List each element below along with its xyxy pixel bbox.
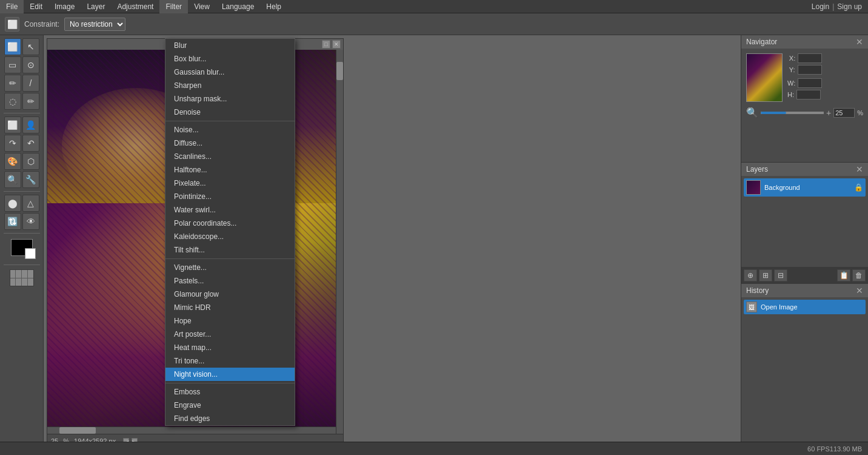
menu-file[interactable]: File — [0, 0, 24, 13]
tool-line[interactable]: / — [22, 75, 39, 92]
layer-lock-icon: 🔒 — [854, 183, 863, 192]
filter-item-noise[interactable]: Noise... — [165, 123, 295, 136]
filter-item-find-edges[interactable]: Find edges — [165, 412, 295, 425]
canvas-scrollbar-h[interactable] — [47, 426, 336, 434]
navigator-zoom-slider[interactable] — [761, 112, 824, 114]
tool-divider-4 — [4, 265, 40, 265]
tool-rotate[interactable]: 🔃 — [4, 213, 21, 230]
layers-minus-btn[interactable]: ⊟ — [774, 269, 787, 281]
filter-item-water-swirl[interactable]: Water swirl... — [165, 203, 295, 217]
tool-eye[interactable]: 👁 — [22, 213, 39, 230]
layers-close-btn[interactable]: ✕ — [856, 164, 863, 174]
filter-item-diffuse[interactable]: Diffuse... — [165, 136, 295, 150]
toolbar: ⬜ Constraint: No restriction — [0, 13, 868, 35]
layer-item-background[interactable]: Background 🔒 — [744, 178, 866, 197]
layers-copy-btn[interactable]: 📋 — [837, 269, 850, 281]
canvas-scrollbar-v[interactable] — [336, 50, 343, 434]
layers-delete-btn[interactable]: 🗑 — [852, 269, 866, 281]
filter-item-heat-map[interactable]: Heat map... — [165, 341, 295, 354]
tool-dodge[interactable]: ↷ — [4, 135, 21, 152]
filter-item-tri-tone[interactable]: Tri tone... — [165, 354, 295, 368]
canvas-close-btn[interactable]: ✕ — [332, 40, 341, 49]
zoom-in-icon[interactable]: + — [826, 108, 831, 118]
layer-thumbnail — [746, 180, 761, 195]
history-content: 🖼 Open Image — [741, 297, 868, 317]
filter-item-polar-coordinates[interactable]: Polar coordinates... — [165, 217, 295, 230]
history-header: History ✕ — [741, 284, 868, 297]
filter-item-blur[interactable]: Blur — [165, 39, 295, 52]
filter-item-unsharp-mask[interactable]: Unsharp mask... — [165, 92, 295, 106]
filter-item-tilt-shift[interactable]: Tilt shift... — [165, 243, 295, 257]
filter-item-gaussian-blur[interactable]: Gaussian blur... — [165, 66, 295, 79]
filter-item-night-vision[interactable]: Night vision... — [165, 368, 295, 381]
filter-item-denoise[interactable]: Denoise — [165, 106, 295, 119]
navigator-close-btn[interactable]: ✕ — [856, 37, 863, 47]
tool-move[interactable]: ↖ — [22, 38, 39, 55]
tool-circle[interactable]: ⬤ — [4, 195, 21, 212]
history-close-btn[interactable]: ✕ — [856, 286, 863, 295]
tool-eraser[interactable]: ✏ — [22, 93, 39, 110]
filter-item-mimic-hdr[interactable]: Mimic HDR — [165, 301, 295, 314]
filter-item-engrave[interactable]: Engrave — [165, 399, 295, 412]
menu-filter[interactable]: Filter — [159, 0, 188, 13]
menu-language[interactable]: Language — [216, 0, 260, 13]
menu-edit[interactable]: Edit — [24, 0, 48, 13]
filter-item-pointinize[interactable]: Pointinize... — [165, 190, 295, 203]
tool-brush[interactable]: ◌ — [4, 93, 21, 110]
tool-select[interactable]: ⬜ — [4, 38, 21, 55]
menu-layer[interactable]: Layer — [81, 0, 111, 13]
signup-link[interactable]: Sign up — [837, 2, 862, 11]
nav-h-label: H: — [787, 91, 794, 98]
nav-y-input[interactable] — [798, 65, 822, 75]
layers-group-btn[interactable]: ⊞ — [759, 269, 772, 281]
tool-lasso[interactable]: ⊙ — [22, 56, 39, 73]
tool-settings[interactable]: 🔧 — [22, 171, 39, 188]
login-link[interactable]: Login — [812, 2, 829, 11]
filter-item-pastels[interactable]: Pastels... — [165, 274, 295, 288]
filter-item-box-blur[interactable]: Box blur... — [165, 52, 295, 66]
tool-clone[interactable]: 👤 — [22, 116, 39, 133]
filter-item-scanlines[interactable]: Scanlines... — [165, 150, 295, 163]
layer-name: Background — [764, 184, 850, 191]
menu-help[interactable]: Help — [260, 0, 287, 13]
tool-rect-select[interactable]: ▭ — [4, 56, 21, 73]
canvas-restore-btn[interactable]: □ — [322, 40, 330, 49]
filter-item-vignette[interactable]: Vignette... — [165, 261, 295, 274]
menu-view[interactable]: View — [188, 0, 216, 13]
menu-bar-right: Login | Sign up — [812, 2, 868, 11]
toolbar-select-tool-icon[interactable]: ⬜ — [5, 17, 19, 32]
nav-x-label: X: — [789, 55, 795, 62]
constraint-select[interactable]: No restriction — [64, 18, 125, 31]
tool-zoom[interactable]: 🔍 — [4, 171, 21, 188]
tool-triangle[interactable]: △ — [22, 195, 39, 212]
filter-item-glamour-glow[interactable]: Glamour glow — [165, 288, 295, 301]
tool-pencil[interactable]: ✏ — [4, 75, 21, 92]
menu-adjustment[interactable]: Adjustment — [111, 0, 159, 13]
layers-add-btn[interactable]: ⊕ — [744, 269, 757, 281]
navigator-zoom-input[interactable] — [833, 108, 855, 118]
filter-item-art-poster[interactable]: Art poster... — [165, 328, 295, 341]
history-item-open-image[interactable]: 🖼 Open Image — [744, 300, 866, 314]
filter-item-sharpen[interactable]: Sharpen — [165, 79, 295, 92]
filter-item-halftone[interactable]: Halftone... — [165, 163, 295, 177]
tool-gradient[interactable]: 🎨 — [4, 153, 21, 170]
navigator-size: W: H: — [787, 78, 822, 99]
filter-item-kaleidoscope[interactable]: Kaleidoscope... — [165, 230, 295, 243]
menu-image[interactable]: Image — [48, 0, 81, 13]
tool-row-4: ◌ ✏ — [4, 93, 39, 110]
filter-item-hope[interactable]: Hope — [165, 314, 295, 328]
tool-row-3: ✏ / — [4, 75, 39, 92]
nav-x-row: X: — [789, 53, 822, 63]
tool-burn[interactable]: ↶ — [22, 135, 39, 152]
filter-item-pixelate[interactable]: Pixelate... — [165, 177, 295, 190]
tool-shape[interactable]: ⬡ — [22, 153, 39, 170]
foreground-color[interactable] — [11, 239, 33, 256]
nav-x-input[interactable] — [798, 53, 822, 63]
memory-display: 113.90 MB — [830, 445, 862, 453]
nav-h-input[interactable] — [796, 90, 821, 99]
zoom-out-icon[interactable]: 🔍 — [746, 107, 758, 118]
nav-w-input[interactable] — [798, 78, 822, 88]
layers-title: Layers — [746, 165, 768, 174]
tool-fill[interactable]: ⬜ — [4, 116, 21, 133]
filter-item-emboss[interactable]: Emboss — [165, 385, 295, 399]
